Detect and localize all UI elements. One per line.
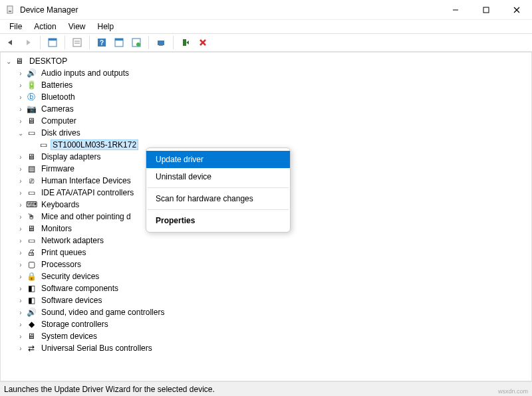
context-separator [148, 209, 289, 210]
expand-icon[interactable]: › [17, 225, 25, 233]
tree-node-label: Software devices [39, 296, 104, 305]
action-button[interactable] [111, 35, 127, 50]
device-icon: ◧ [26, 283, 37, 294]
context-separator [148, 187, 289, 188]
device-icon: ◆ [26, 319, 37, 330]
device-icon: ⌨ [26, 199, 37, 210]
expand-icon[interactable]: › [17, 272, 25, 280]
expand-icon[interactable]: › [17, 260, 25, 268]
expand-icon[interactable]: › [17, 201, 25, 209]
expand-icon[interactable]: › [17, 237, 25, 245]
status-text: Launches the Update Driver Wizard for th… [4, 385, 215, 394]
device-tree-pane[interactable]: ⌄🖥DESKTOP›🔊Audio inputs and outputs›🔋Bat… [0, 52, 532, 381]
tree-node-label: Sound, video and game controllers [39, 308, 166, 317]
menu-file[interactable]: File [4, 21, 27, 33]
tree-node[interactable]: ›🔒Security devices [1, 270, 531, 282]
tree-node-label: Disk drives [39, 128, 82, 138]
tree-node[interactable]: ›▢Processors [1, 258, 531, 270]
expand-icon[interactable]: › [17, 153, 25, 161]
tree-node[interactable]: ›▭Network adapters [1, 235, 531, 247]
tree-node-label: ST1000LM035-1RK172 [51, 140, 138, 150]
collapse-icon[interactable]: ⌄ [17, 129, 25, 137]
update-driver-button[interactable] [153, 35, 169, 50]
tree-node[interactable]: ›⇄Universal Serial Bus controllers [1, 342, 531, 354]
expand-icon[interactable]: › [17, 93, 25, 101]
device-icon: 🖥 [26, 151, 37, 162]
properties-button[interactable] [69, 35, 85, 50]
tree-node-label: Bluetooth [39, 92, 77, 102]
context-item[interactable]: Update driver [146, 151, 290, 168]
expand-icon[interactable]: › [17, 344, 25, 352]
tree-node[interactable]: ›◧Software components [1, 282, 531, 294]
tree-node[interactable]: ⌄▭Disk drives [1, 127, 531, 139]
tree-node-label: Human Interface Devices [39, 176, 133, 185]
expand-icon[interactable]: › [17, 189, 25, 197]
tree-node-label: Computer [39, 116, 78, 126]
expand-icon[interactable]: › [17, 332, 25, 340]
device-icon: 🖥 [26, 116, 37, 126]
forward-button[interactable] [20, 35, 36, 50]
tree-node[interactable]: ›🖥System devices [1, 330, 531, 342]
tree-node-label: DESKTOP [27, 56, 69, 66]
tree-node[interactable]: ›◧Software devices [1, 294, 531, 306]
scan-hardware-button[interactable] [128, 35, 144, 50]
device-icon: 🖥 [26, 223, 37, 234]
expand-icon[interactable]: › [17, 117, 25, 125]
statusbar: Launches the Update Driver Wizard for th… [0, 381, 532, 396]
expand-icon[interactable]: › [17, 308, 25, 316]
svg-rect-3 [483, 7, 489, 13]
expand-icon[interactable]: › [17, 284, 25, 292]
app-icon [5, 5, 16, 15]
context-item[interactable]: Uninstall device [146, 168, 290, 185]
menu-action[interactable]: Action [29, 21, 61, 33]
tree-node-label: Cameras [39, 104, 76, 114]
device-icon: 🔋 [26, 80, 37, 90]
expand-icon[interactable]: › [17, 296, 25, 304]
collapse-icon[interactable]: ⌄ [5, 57, 13, 65]
tree-node[interactable]: ›🖥Computer [1, 115, 531, 127]
minimize-button[interactable] [440, 0, 471, 20]
maximize-button[interactable] [471, 0, 501, 20]
tree-node[interactable]: ›◆Storage controllers [1, 318, 531, 330]
expand-icon[interactable]: › [17, 177, 25, 185]
toolbar-separator [173, 36, 174, 49]
close-button[interactable] [501, 0, 532, 20]
device-icon: ▭ [26, 128, 37, 138]
device-icon: 🖥 [14, 56, 25, 66]
help-button[interactable]: ? [94, 35, 110, 50]
tree-node[interactable]: ›ⓑBluetooth [1, 91, 531, 103]
uninstall-device-button[interactable] [195, 35, 211, 50]
tree-node[interactable]: ⌄🖥DESKTOP [1, 55, 531, 67]
expand-icon[interactable]: › [17, 81, 25, 89]
svg-rect-0 [7, 6, 13, 13]
toolbar-separator [148, 36, 149, 49]
tree-node[interactable]: ›🖨Print queues [1, 247, 531, 258]
expand-icon[interactable]: › [17, 248, 25, 256]
context-item[interactable]: Properties [146, 212, 290, 229]
toolbar-separator [65, 36, 65, 49]
watermark: wsxdn.com [498, 388, 528, 395]
back-button[interactable] [3, 35, 19, 50]
device-icon: ▭ [26, 187, 37, 198]
context-menu: Update driverUninstall deviceScan for ha… [146, 148, 291, 233]
context-item[interactable]: Scan for hardware changes [146, 190, 290, 207]
enable-device-button[interactable] [178, 35, 194, 50]
svg-rect-18 [159, 45, 163, 46]
tree-node[interactable]: ›🔊Sound, video and game controllers [1, 306, 531, 318]
menu-view[interactable]: View [63, 21, 91, 33]
menu-help[interactable]: Help [92, 21, 120, 33]
expand-icon[interactable]: › [17, 69, 25, 77]
tree-node-label: Firmware [39, 164, 76, 173]
show-hide-tree-button[interactable] [45, 35, 61, 50]
window-title: Device Manager [20, 5, 78, 15]
tree-node[interactable]: ›📷Cameras [1, 103, 531, 115]
tree-node[interactable]: ›🔋Batteries [1, 79, 531, 91]
device-icon: 🔊 [26, 68, 37, 78]
tree-node[interactable]: ›🔊Audio inputs and outputs [1, 67, 531, 79]
expand-icon[interactable]: › [17, 213, 25, 221]
expand-icon[interactable]: › [17, 105, 25, 113]
expand-icon[interactable]: › [17, 165, 25, 173]
menubar: File Action View Help [0, 20, 532, 33]
expand-icon[interactable]: › [17, 320, 25, 328]
device-icon: 🖱 [26, 211, 37, 222]
